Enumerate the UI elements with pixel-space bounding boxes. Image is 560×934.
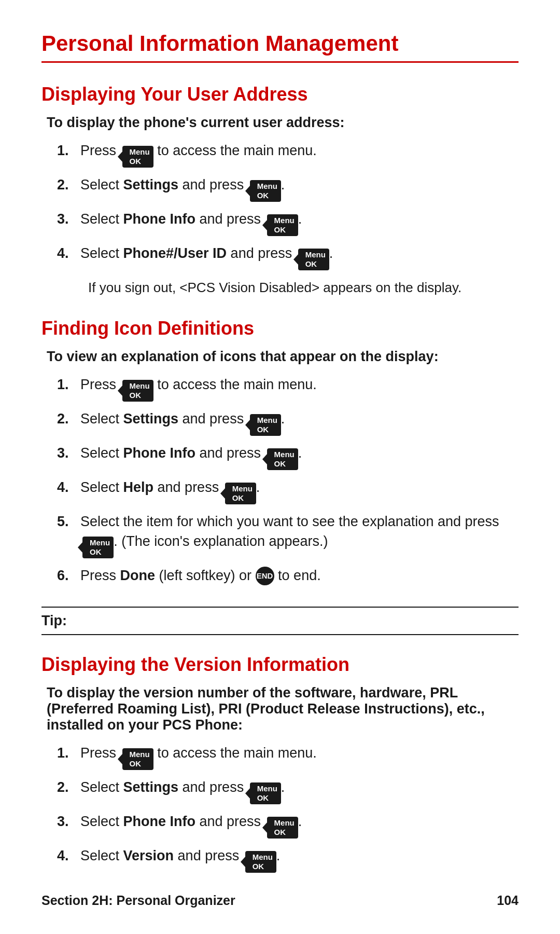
step-number: 1. bbox=[57, 744, 80, 763]
list-item: 1. Press MenuOK to access the main menu. bbox=[57, 375, 519, 402]
section2-steps: 1. Press MenuOK to access the main menu.… bbox=[41, 375, 519, 586]
step-content: Select Phone Info and press MenuOK. bbox=[80, 812, 519, 839]
step-number: 2. bbox=[57, 409, 80, 429]
step-number: 5. bbox=[57, 512, 80, 532]
footer-section-label: Section 2H: Personal Organizer bbox=[41, 893, 235, 908]
step-number: 2. bbox=[57, 778, 80, 798]
step-content: Select Settings and press MenuOK. bbox=[80, 175, 519, 202]
list-item: 4. Select Phone#/User ID and press MenuO… bbox=[57, 244, 519, 271]
menu-ok-icon: MenuOK bbox=[82, 537, 114, 559]
menu-ok-icon: MenuOK bbox=[267, 817, 298, 839]
menu-ok-icon: MenuOK bbox=[298, 249, 329, 271]
section-version-info: Displaying the Version Information To di… bbox=[41, 654, 519, 873]
list-item: 2. Select Settings and press MenuOK. bbox=[57, 409, 519, 436]
menu-ok-icon: MenuOK bbox=[225, 483, 256, 505]
list-item: 4. Select Version and press MenuOK. bbox=[57, 846, 519, 873]
step-number: 4. bbox=[57, 478, 80, 498]
menu-ok-icon: MenuOK bbox=[267, 449, 298, 471]
footer-page-number: 104 bbox=[497, 893, 519, 908]
step-content: Select Help and press MenuOK. bbox=[80, 478, 519, 505]
end-icon: END bbox=[256, 567, 274, 585]
section1-steps: 1. Press MenuOK to access the main menu.… bbox=[41, 141, 519, 271]
page-title: Personal Information Management bbox=[41, 31, 519, 63]
section3-title: Displaying the Version Information bbox=[41, 654, 519, 676]
menu-ok-icon: MenuOK bbox=[250, 783, 281, 805]
menu-ok-icon: MenuOK bbox=[245, 851, 276, 873]
section-user-address: Displaying Your User Address To display … bbox=[41, 84, 519, 297]
section2-subtitle: To view an explanation of icons that app… bbox=[41, 349, 519, 365]
step-content: Select Version and press MenuOK. bbox=[80, 846, 519, 873]
step-content: Select Phone#/User ID and press MenuOK. bbox=[80, 244, 519, 271]
step-content: Select the item for which you want to se… bbox=[80, 512, 519, 559]
list-item: 6. Press Done (left softkey) or END to e… bbox=[57, 566, 519, 586]
menu-ok-icon: MenuOK bbox=[122, 380, 153, 402]
list-item: 1. Press MenuOK to access the main menu. bbox=[57, 744, 519, 771]
list-item: 4. Select Help and press MenuOK. bbox=[57, 478, 519, 505]
section1-title: Displaying Your User Address bbox=[41, 84, 519, 105]
step-number: 4. bbox=[57, 244, 80, 264]
step-content: Press MenuOK to access the main menu. bbox=[80, 375, 519, 402]
list-item: 5. Select the item for which you want to… bbox=[57, 512, 519, 559]
list-item: 1. Press MenuOK to access the main menu. bbox=[57, 141, 519, 168]
section1-note: If you sign out, <PCS Vision Disabled> a… bbox=[41, 278, 519, 297]
step-number: 4. bbox=[57, 846, 80, 866]
list-item: 3. Select Phone Info and press MenuOK. bbox=[57, 210, 519, 237]
step-number: 1. bbox=[57, 141, 80, 161]
step-content: Select Phone Info and press MenuOK. bbox=[80, 210, 519, 237]
step-number: 3. bbox=[57, 210, 80, 229]
section1-subtitle: To display the phone's current user addr… bbox=[41, 115, 519, 131]
step-number: 3. bbox=[57, 812, 80, 832]
menu-ok-icon: MenuOK bbox=[122, 146, 153, 168]
tip-bar: Tip: bbox=[41, 607, 519, 635]
section3-subtitle: To display the version number of the sof… bbox=[41, 685, 519, 733]
section2-title: Finding Icon Definitions bbox=[41, 318, 519, 339]
step-number: 1. bbox=[57, 375, 80, 395]
step-content: Press MenuOK to access the main menu. bbox=[80, 744, 519, 771]
menu-ok-icon: MenuOK bbox=[267, 215, 298, 237]
list-item: 3. Select Phone Info and press MenuOK. bbox=[57, 812, 519, 839]
menu-ok-icon: MenuOK bbox=[250, 415, 281, 436]
step-content: Select Phone Info and press MenuOK. bbox=[80, 444, 519, 471]
list-item: 2. Select Settings and press MenuOK. bbox=[57, 778, 519, 805]
page-footer: Section 2H: Personal Organizer 104 bbox=[41, 893, 519, 908]
list-item: 3. Select Phone Info and press MenuOK. bbox=[57, 444, 519, 471]
step-number: 2. bbox=[57, 175, 80, 195]
step-number: 6. bbox=[57, 566, 80, 586]
step-content: Press Done (left softkey) or END to end. bbox=[80, 566, 519, 586]
list-item: 2. Select Settings and press MenuOK. bbox=[57, 175, 519, 202]
step-content: Select Settings and press MenuOK. bbox=[80, 409, 519, 436]
step-number: 3. bbox=[57, 444, 80, 463]
step-content: Press MenuOK to access the main menu. bbox=[80, 141, 519, 168]
menu-ok-icon: MenuOK bbox=[122, 749, 153, 771]
menu-ok-icon: MenuOK bbox=[250, 181, 281, 202]
section3-steps: 1. Press MenuOK to access the main menu.… bbox=[41, 744, 519, 873]
section-icon-definitions: Finding Icon Definitions To view an expl… bbox=[41, 318, 519, 586]
step-content: Select Settings and press MenuOK. bbox=[80, 778, 519, 805]
